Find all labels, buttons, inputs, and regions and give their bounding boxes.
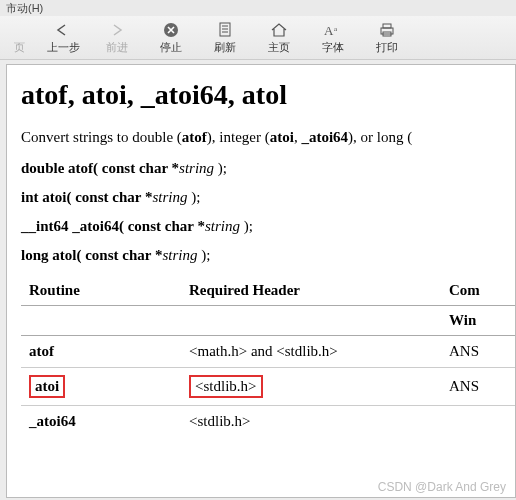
stop-label: 停止 [160,40,182,55]
th-compat-sub: Win [441,306,516,336]
watermark: CSDN @Dark And Grey [378,480,506,494]
desc-atoi: atoi [270,129,294,145]
requirements-table: Routine Required Header Com Win atof <ma… [21,276,516,437]
table-row: atof <math.h> and <stdlib.h> ANS [21,336,516,368]
signature-atoi: int atoi( const char *string ); [21,189,501,206]
sig-param: string [205,218,240,234]
th-compat: Com [441,276,516,306]
tab-page-label: 页 [14,40,25,55]
sig-param: string [179,160,214,176]
arrow-left-icon [54,21,72,39]
th-header: Required Header [181,276,441,306]
sig-text: __int64 _atoi64( const char * [21,218,205,234]
table-row: atoi <stdlib.h> ANS [21,368,516,406]
document-viewport: atof, atoi, _atoi64, atol Convert string… [6,64,516,498]
forward-button[interactable]: 前进 [90,17,144,59]
refresh-button[interactable]: 刷新 [198,17,252,59]
signature-atof: double atof( const char *string ); [21,160,501,177]
toolbar: 页 上一步 前进 停止 刷新 主页 Aa 字体 [0,16,516,60]
refresh-icon [217,21,233,39]
svg-rect-5 [383,24,391,28]
home-button[interactable]: 主页 [252,17,306,59]
font-button[interactable]: Aa 字体 [306,17,360,59]
cell-routine: atoi [21,368,181,406]
signature-atoi64: __int64 _atoi64( const char *string ); [21,218,501,235]
description: Convert strings to double (atof), intege… [21,129,501,146]
cell-compat: ANS [441,368,516,406]
sig-text: ); [187,189,200,205]
home-icon [270,21,288,39]
svg-text:A: A [324,23,334,38]
desc-text: Convert strings to double ( [21,129,182,145]
back-button[interactable]: 上一步 [36,17,90,59]
cell-routine: atof [21,336,181,368]
highlight-box: <stdlib.h> [189,375,263,398]
desc-atof: atof [182,129,207,145]
signature-atol: long atol( const char *string ); [21,247,501,264]
table-header-row: Routine Required Header Com [21,276,516,306]
th-routine: Routine [21,276,181,306]
print-button[interactable]: 打印 [360,17,414,59]
stop-icon [163,21,179,39]
th-empty [181,306,441,336]
table-subheader-row: Win [21,306,516,336]
cell-compat [441,406,516,438]
cell-routine: _atoi64 [21,406,181,438]
sig-param: string [162,247,197,263]
highlight-box: atoi [29,375,65,398]
home-label: 主页 [268,40,290,55]
sig-text: ); [240,218,253,234]
cell-compat: ANS [441,336,516,368]
sig-text: ); [197,247,210,263]
font-icon: Aa [323,21,343,39]
cell-header: <math.h> and <stdlib.h> [181,336,441,368]
desc-text: ), or long ( [348,129,412,145]
menubar-fragment: 市动(H) [0,0,516,16]
refresh-label: 刷新 [214,40,236,55]
sig-text: ); [214,160,227,176]
print-icon [378,21,396,39]
page-title: atof, atoi, _atoi64, atol [21,79,501,111]
desc-text: ), integer ( [207,129,270,145]
sig-param: string [152,189,187,205]
svg-text:a: a [334,25,338,33]
stop-button[interactable]: 停止 [144,17,198,59]
sig-text: double atof( const char * [21,160,179,176]
forward-label: 前进 [106,40,128,55]
back-label: 上一步 [47,40,80,55]
arrow-right-icon [108,21,126,39]
print-label: 打印 [376,40,398,55]
cell-header: <stdlib.h> [181,406,441,438]
font-label: 字体 [322,40,344,55]
sig-text: long atol( const char * [21,247,162,263]
desc-atoi64: _atoi64 [301,129,348,145]
th-empty [21,306,181,336]
tab-page[interactable]: 页 [2,17,36,59]
sig-text: int atoi( const char * [21,189,152,205]
table-row: _atoi64 <stdlib.h> [21,406,516,438]
cell-header: <stdlib.h> [181,368,441,406]
